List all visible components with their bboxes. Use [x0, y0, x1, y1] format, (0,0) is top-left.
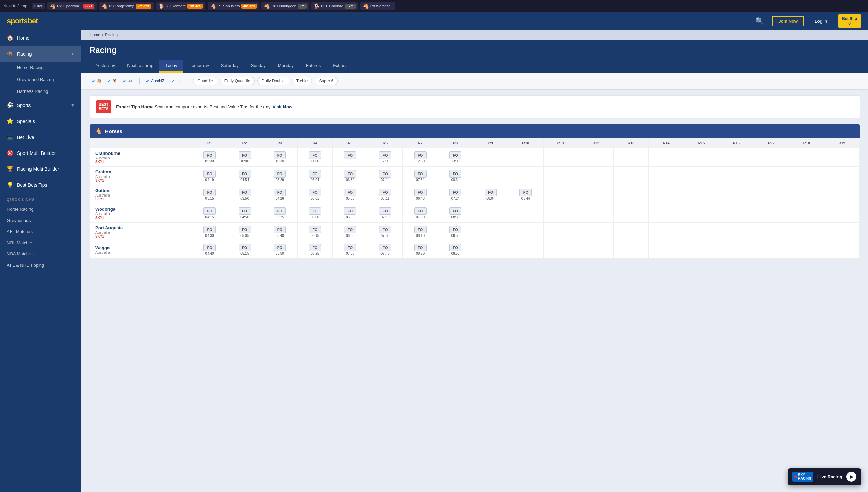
race-jump-item-2[interactable]: 🐕 R9 Romford 2m 32s	[156, 2, 205, 10]
race-cell-3-r10[interactable]	[508, 204, 544, 223]
race-cell-inner-5-r1[interactable]: FO 04:40	[194, 244, 226, 255]
venue-cell-1[interactable]: Grafton Australia SKY1	[90, 167, 192, 185]
filter-daily-double-btn[interactable]: Daily Double	[257, 77, 289, 85]
race-cell-3-r19[interactable]	[824, 204, 860, 223]
race-cell-inner-1-r7[interactable]: FO 07:54	[404, 170, 436, 182]
quick-link-nba-matches[interactable]: NBA Matches	[0, 248, 81, 260]
race-cell-5-r6[interactable]: FO 07:40	[368, 241, 403, 259]
race-cell-0-r15[interactable]	[684, 148, 719, 167]
filter-early-quaddie-btn[interactable]: Early Quaddie	[220, 77, 255, 85]
race-cell-inner-2-r8[interactable]: FO 07:24	[439, 189, 472, 200]
sidebar-item-racing[interactable]: 🏇 Racing ▲	[0, 46, 81, 62]
race-jump-item-4[interactable]: 🐴 R8 Huntingdon 9m	[261, 2, 309, 10]
venue-cell-0[interactable]: Cranbourne Australia SKY1	[90, 148, 192, 167]
race-cell-0-r4[interactable]: FO 11:00	[297, 148, 333, 167]
race-cell-4-r11[interactable]	[543, 223, 578, 241]
sidebar-sub-horse-racing[interactable]: Horse Racing	[0, 62, 81, 74]
race-cell-inner-0-r4[interactable]: FO 11:00	[299, 151, 331, 163]
race-cell-1-r18[interactable]	[789, 167, 824, 185]
race-cell-1-r9[interactable]	[473, 167, 508, 185]
race-cell-1-r4[interactable]: FO 06:04	[297, 167, 333, 185]
venue-cell-2[interactable]: Gatton Australia SKY1	[90, 185, 192, 204]
race-cell-0-r3[interactable]: FO 10:30	[262, 148, 298, 167]
race-cell-inner-0-r6[interactable]: FO 12:00	[369, 151, 401, 163]
race-cell-1-r19[interactable]	[824, 167, 860, 185]
filter-quaddie-btn[interactable]: Quaddie	[193, 77, 217, 85]
race-cell-4-r4[interactable]: FO 06:15	[297, 223, 333, 241]
filter-harness-btn[interactable]: ✔ 🏎	[121, 77, 134, 85]
search-icon[interactable]: 🔍	[754, 16, 765, 26]
race-cell-5-r10[interactable]	[508, 241, 544, 259]
race-cell-5-r7[interactable]: FO 08:20	[403, 241, 438, 259]
race-cell-0-r13[interactable]	[613, 148, 649, 167]
race-cell-4-r14[interactable]	[649, 223, 684, 241]
filter-intl-btn[interactable]: ✔ Int'l	[169, 77, 184, 85]
race-cell-1-r6[interactable]: FO 07:14	[368, 167, 403, 185]
race-cell-inner-0-r3[interactable]: FO 10:30	[264, 151, 296, 163]
race-cell-inner-1-r5[interactable]: FO 06:39	[334, 170, 366, 182]
sidebar-item-sport-multi[interactable]: 🎯 Sport Multi Builder	[0, 145, 81, 161]
sidebar-sub-greyhound-racing[interactable]: Greyhound Racing	[0, 74, 81, 85]
tab-yesterday[interactable]: Yesterday	[90, 60, 121, 73]
race-cell-1-r15[interactable]	[684, 167, 719, 185]
race-cell-5-r13[interactable]	[613, 241, 649, 259]
race-cell-2-r8[interactable]: FO 07:24	[438, 185, 473, 204]
tab-saturday[interactable]: Saturday	[215, 60, 245, 73]
race-cell-2-r12[interactable]	[578, 185, 614, 204]
filter-horse-btn[interactable]: ✔ 🐴	[90, 77, 104, 85]
race-cell-5-r4[interactable]: FO 06:25	[297, 241, 333, 259]
race-cell-2-r6[interactable]: FO 06:11	[368, 185, 403, 204]
tab-tomorrow[interactable]: Tomorrow	[183, 60, 215, 73]
race-cell-4-r3[interactable]: FO 05:40	[262, 223, 298, 241]
race-cell-inner-4-r1[interactable]: FO 04:30	[194, 226, 226, 238]
race-cell-4-r6[interactable]: FO 07:30	[368, 223, 403, 241]
race-cell-inner-3-r5[interactable]: FO 06:35	[334, 207, 366, 219]
quick-link-horse-racing[interactable]: Horse Racing	[0, 204, 81, 215]
tab-monday[interactable]: Monday	[272, 60, 300, 73]
race-cell-inner-5-r2[interactable]: FO 05:15	[229, 244, 261, 255]
filter-ausnz-btn[interactable]: ✔ Aus/NZ	[144, 77, 166, 85]
race-cell-1-r7[interactable]: FO 07:54	[403, 167, 438, 185]
race-cell-0-r10[interactable]	[508, 148, 544, 167]
quick-link-afl-nrl-tipping[interactable]: AFL & NRL Tipping	[0, 260, 81, 271]
race-cell-3-r5[interactable]: FO 06:35	[333, 204, 368, 223]
breadcrumb-home-link[interactable]: Home	[90, 33, 100, 37]
race-cell-1-r2[interactable]: FO 04:54	[227, 167, 262, 185]
race-cell-2-r9[interactable]: FO 08:04	[473, 185, 508, 204]
race-cell-inner-1-r1[interactable]: FO 04:19	[194, 170, 226, 182]
race-jump-item-3[interactable]: 🐴 R1 San Isidro 4m 32s	[208, 2, 260, 10]
race-cell-inner-2-r1[interactable]: FO 03:15	[194, 189, 226, 200]
tab-today[interactable]: Today	[159, 60, 183, 73]
race-cell-3-r2[interactable]: FO 04:50	[227, 204, 262, 223]
race-cell-4-r13[interactable]	[613, 223, 649, 241]
race-cell-3-r17[interactable]	[754, 204, 789, 223]
race-cell-inner-4-r2[interactable]: FO 05:05	[229, 226, 261, 238]
race-cell-0-r19[interactable]	[824, 148, 860, 167]
race-cell-4-r15[interactable]	[684, 223, 719, 241]
race-cell-inner-3-r2[interactable]: FO 04:50	[229, 207, 261, 219]
race-cell-inner-2-r3[interactable]: FO 04:26	[264, 189, 296, 200]
race-cell-inner-4-r6[interactable]: FO 07:30	[369, 226, 401, 238]
race-cell-2-r19[interactable]	[824, 185, 860, 204]
race-cell-inner-3-r7[interactable]: FO 07:50	[404, 207, 436, 219]
race-cell-inner-4-r7[interactable]: FO 08:10	[404, 226, 436, 238]
sidebar-item-best-bets[interactable]: 💡 Best Bets Tips	[0, 177, 81, 193]
race-cell-5-r16[interactable]	[719, 241, 754, 259]
race-cell-inner-5-r6[interactable]: FO 07:40	[369, 244, 401, 255]
race-cell-2-r13[interactable]	[613, 185, 649, 204]
race-jump-item-0[interactable]: 🐴 R2 Hipodrom... -27s	[47, 2, 97, 10]
race-cell-inner-0-r5[interactable]: FO 11:30	[334, 151, 366, 163]
race-cell-0-r7[interactable]: FO 12:30	[403, 148, 438, 167]
race-cell-3-r16[interactable]	[719, 204, 754, 223]
race-cell-inner-2-r5[interactable]: FO 05:36	[334, 189, 366, 200]
race-cell-inner-3-r4[interactable]: FO 06:00	[299, 207, 331, 219]
race-cell-inner-3-r6[interactable]: FO 07:10	[369, 207, 401, 219]
race-cell-2-r7[interactable]: FO 06:46	[403, 185, 438, 204]
race-cell-3-r13[interactable]	[613, 204, 649, 223]
race-cell-2-r15[interactable]	[684, 185, 719, 204]
race-cell-0-r14[interactable]	[649, 148, 684, 167]
race-cell-4-r17[interactable]	[754, 223, 789, 241]
quick-link-nrl-matches[interactable]: NRL Matches	[0, 237, 81, 248]
race-cell-5-r17[interactable]	[754, 241, 789, 259]
race-cell-3-r1[interactable]: FO 04:15	[192, 204, 227, 223]
